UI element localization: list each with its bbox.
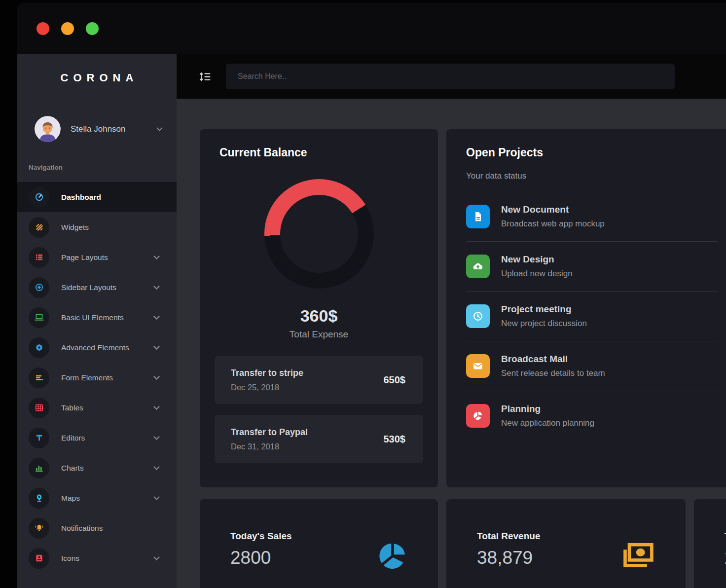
chevron-down-icon — [153, 404, 160, 410]
donut-chart — [264, 179, 374, 289]
balance-donut-chart — [215, 179, 423, 289]
project-item-broadcast-mail[interactable]: Broadcast Mail Sent release details to t… — [466, 341, 718, 391]
projects-list: New Document Broadcast web app mockup — [466, 192, 718, 441]
chevron-down-icon — [153, 434, 160, 440]
card-subtitle: Your data status — [466, 171, 718, 181]
sidebar-item-notifications[interactable]: Notifications — [17, 513, 177, 543]
brand-logo: CORONA — [17, 54, 177, 101]
chevron-down-icon — [156, 125, 163, 131]
form-lines-icon — [29, 368, 49, 388]
pie-chart-icon — [466, 404, 490, 428]
sidebar-item-basic-ui-elements[interactable]: Basic UI Elements — [17, 302, 177, 332]
sidebar-item-charts[interactable]: Charts — [17, 453, 177, 483]
card-title: Open Projects — [466, 146, 718, 159]
sidebar-item-form-elements[interactable]: Form Elements — [17, 363, 177, 393]
sidebar-item-widgets[interactable]: Widgets — [17, 212, 177, 242]
laptop-icon — [29, 307, 49, 328]
project-item-new-document[interactable]: New Document Broadcast web app mockup — [466, 192, 718, 242]
profile-dropdown[interactable]: Stella Johnson — [35, 116, 168, 142]
cards-row-top: Current Balance 360$ Total Expense Trans… — [200, 129, 726, 487]
cards-row-bottom: Today's Sales 2800 Total — [200, 499, 726, 588]
transfer-amount: 650$ — [384, 374, 406, 386]
app-body: CORONA Stella Johnson — [17, 54, 726, 588]
bar-chart-icon — [29, 458, 49, 478]
chevron-down-icon — [153, 554, 160, 560]
stat-label: Total Revenue — [477, 531, 686, 542]
project-item-project-meeting[interactable]: Project meeting New project discussion — [466, 292, 718, 341]
chevron-down-icon — [153, 253, 160, 259]
chevron-down-icon — [153, 494, 160, 500]
target-icon — [29, 277, 49, 298]
transfer-row-paypal[interactable]: Transfer to Paypal Dec 31, 2018 530$ — [215, 415, 423, 463]
total-expense-label: Total Expense — [215, 329, 423, 340]
sidebar: CORONA Stella Johnson — [17, 54, 177, 588]
bell-icon — [29, 518, 49, 539]
type-icon — [29, 428, 49, 448]
screenshot-stage: CORONA Stella Johnson — [0, 0, 726, 588]
todays-sales-card: Today's Sales 2800 — [200, 499, 438, 588]
app-window: CORONA Stella Johnson — [17, 2, 726, 588]
minimize-window-button[interactable] — [61, 22, 74, 35]
money-icon — [620, 542, 655, 571]
user-name: Stella Johnson — [71, 124, 126, 134]
close-window-button[interactable] — [36, 22, 49, 35]
transfer-row-stripe[interactable]: Transfer to stripe Dec 25, 2018 650$ — [215, 356, 423, 404]
nav-section-label: Navigation — [29, 164, 177, 171]
top-navbar — [177, 54, 726, 99]
sidebar-item-icons[interactable]: Icons — [17, 543, 177, 573]
total-revenue-card: Total Revenue 38,879 — [446, 499, 686, 588]
dashboard-content: Current Balance 360$ Total Expense Trans… — [177, 99, 726, 588]
envelope-icon — [466, 354, 490, 378]
gear-icon — [29, 337, 49, 358]
sidebar-nav: Dashboard Widgets — [17, 182, 177, 573]
grid-icon — [29, 398, 49, 418]
current-balance-card: Current Balance 360$ Total Expense Trans… — [200, 129, 438, 487]
sidebar-item-maps[interactable]: Maps — [17, 483, 177, 513]
search-input[interactable] — [226, 64, 675, 89]
card-title: Current Balance — [219, 146, 423, 159]
cloud-upload-icon — [466, 255, 490, 278]
sidebar-item-page-layouts[interactable]: Page Layouts — [17, 242, 177, 272]
total-expense-value: 360$ — [215, 306, 423, 326]
avatar — [35, 116, 61, 142]
chevron-down-icon — [153, 313, 160, 320]
zoom-window-button[interactable] — [86, 22, 99, 35]
sidebar-item-advanced-elements[interactable]: Advanced Elements — [17, 332, 177, 363]
sidebar-item-dashboard[interactable]: Dashboard — [17, 182, 177, 212]
gauge-icon — [29, 187, 49, 208]
main-area: Current Balance 360$ Total Expense Trans… — [177, 54, 726, 588]
sidebar-item-editors[interactable]: Editors — [17, 423, 177, 453]
project-item-new-design[interactable]: New Design Upload new design — [466, 242, 718, 292]
badge-icon — [29, 548, 49, 569]
chevron-down-icon — [153, 464, 160, 470]
sidebar-item-sidebar-layouts[interactable]: Sidebar Layouts — [17, 272, 177, 302]
transfers-list: Transfer to stripe Dec 25, 2018 650$ Tra… — [215, 356, 423, 463]
chevron-down-icon — [153, 343, 160, 350]
window-titlebar — [17, 2, 726, 54]
sidebar-item-tables[interactable]: Tables — [17, 393, 177, 423]
transfer-amount: 530$ — [384, 434, 406, 445]
stat-label: Today's Sales — [230, 531, 438, 542]
project-item-planning[interactable]: Planning New application planning — [466, 391, 718, 441]
chevron-down-icon — [153, 283, 160, 290]
pie-chart-icon — [378, 542, 407, 573]
list-icon — [29, 247, 49, 268]
open-projects-card: Open Projects Your data status — [446, 129, 726, 487]
clock-icon — [466, 304, 490, 328]
map-pin-icon — [29, 488, 49, 509]
chevron-down-icon — [153, 373, 160, 380]
texture-icon — [29, 217, 49, 238]
document-icon — [466, 205, 490, 228]
clipped-stat-card: T 2 — [694, 499, 726, 588]
sidebar-collapse-button[interactable] — [197, 69, 212, 84]
